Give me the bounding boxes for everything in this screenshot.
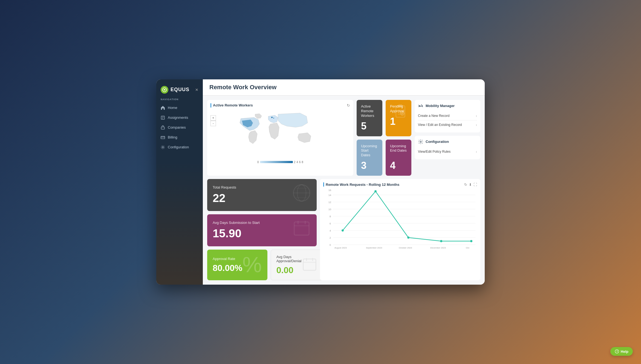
svg-text:4: 4 bbox=[330, 229, 331, 232]
chart-area: 0 2 4 6 8 10 12 14 16 bbox=[323, 189, 477, 249]
svg-text:2: 2 bbox=[330, 236, 331, 239]
top-row: Active Remote Workers ↻ + - bbox=[207, 100, 480, 176]
svg-text:?: ? bbox=[616, 350, 618, 353]
svg-text:August 2023: August 2023 bbox=[334, 247, 347, 249]
avg-days-approval-card[interactable]: Avg Days Approval/Denial 0.00 bbox=[271, 250, 324, 280]
bottom-metric-row: Approval Rate 80.00% % Avg Days Approval… bbox=[207, 250, 317, 280]
create-new-record-label: Create a New Record bbox=[418, 114, 449, 118]
close-icon[interactable]: ✕ bbox=[195, 88, 198, 92]
sidebar-item-assignments[interactable]: Assignments bbox=[156, 113, 203, 123]
map-widget-header: Active Remote Workers ↻ bbox=[210, 103, 350, 108]
legend-val-6: 6 bbox=[299, 161, 301, 164]
clipboard-icon bbox=[393, 103, 408, 122]
chart-refresh-icon[interactable]: ↻ bbox=[464, 183, 467, 187]
calendar-icon-purple bbox=[292, 219, 311, 242]
svg-rect-8 bbox=[399, 104, 402, 107]
sidebar-item-billing[interactable]: Billing bbox=[156, 132, 203, 142]
total-requests-label: Total Requests bbox=[213, 185, 236, 189]
zoom-in-button[interactable]: + bbox=[210, 115, 216, 121]
svg-point-13 bbox=[420, 141, 421, 142]
sidebar-item-label-companies: Companies bbox=[168, 125, 186, 129]
zoom-out-button[interactable]: - bbox=[210, 121, 216, 126]
svg-text:14: 14 bbox=[328, 194, 331, 197]
create-new-record-item[interactable]: Create a New Record › bbox=[418, 111, 477, 120]
avg-days-approval-left: Avg Days Approval/Denial 0.00 bbox=[276, 255, 302, 275]
approval-rate-label: Approval Rate bbox=[213, 257, 242, 261]
svg-text:September 2023: September 2023 bbox=[366, 247, 382, 249]
svg-point-46 bbox=[407, 236, 409, 239]
svg-text:0: 0 bbox=[330, 244, 331, 246]
chart-download-icon[interactable]: ⬇ bbox=[469, 183, 472, 187]
help-button[interactable]: ? Help bbox=[610, 347, 633, 356]
mobility-manager-title: Mobility Manager bbox=[418, 103, 477, 109]
svg-text:Oct: Oct bbox=[466, 247, 469, 249]
map-zoom-controls: + - bbox=[210, 115, 216, 126]
percent-icon: % bbox=[242, 254, 262, 276]
stat-card-pending[interactable]: Pending Approval 1 bbox=[386, 100, 411, 136]
stat-cards-top-row: Active Remote Workers 5 Pending Approval… bbox=[357, 100, 411, 136]
upcoming-end-value: 4 bbox=[390, 160, 407, 171]
map-refresh-icon[interactable]: ↻ bbox=[347, 103, 350, 108]
stat-cards-bottom-row: Upcoming Start Dates 3 Upcoming End Date… bbox=[357, 140, 411, 176]
map-widget: Active Remote Workers ↻ + - bbox=[207, 100, 353, 176]
calendar-icon-gray bbox=[301, 256, 318, 274]
svg-text:October 2023: October 2023 bbox=[399, 247, 412, 249]
chart-actions: ↻ ⬇ ⛶ bbox=[464, 183, 477, 187]
map-container: + - bbox=[210, 110, 350, 159]
view-edit-record-item[interactable]: View / Edit an Existing Record › bbox=[418, 120, 477, 129]
sidebar-item-label-home: Home bbox=[168, 106, 177, 110]
legend-min: 0 bbox=[257, 161, 259, 164]
world-map-svg bbox=[210, 110, 350, 154]
map-widget-title: Active Remote Workers bbox=[210, 103, 253, 108]
stat-card-upcoming-start[interactable]: Upcoming Start Dates 3 bbox=[357, 140, 382, 176]
svg-point-5 bbox=[271, 117, 273, 118]
sidebar-item-companies[interactable]: Companies bbox=[156, 123, 203, 132]
chart-header: Remote Work Requests - Rolling 12 Months… bbox=[323, 182, 477, 187]
legend-val-2: 2 bbox=[294, 161, 296, 164]
avg-days-approval-value: 0.00 bbox=[276, 265, 302, 275]
svg-rect-2 bbox=[161, 127, 164, 129]
configuration-icon bbox=[161, 145, 165, 149]
svg-rect-23 bbox=[303, 259, 316, 270]
svg-text:12: 12 bbox=[328, 201, 331, 204]
svg-point-6 bbox=[273, 118, 274, 119]
sidebar: EQUUS ✕ NAVIGATION Home Assignments Comp… bbox=[156, 79, 203, 285]
view-edit-policy-item[interactable]: View/Edit Policy Rules › bbox=[418, 147, 477, 156]
map-legend: 0 2 4 6 8 bbox=[210, 161, 350, 164]
avg-days-approval-label: Avg Days Approval/Denial bbox=[276, 255, 302, 263]
total-requests-card[interactable]: Total Requests 22 bbox=[207, 179, 317, 211]
sidebar-logo: EQUUS ✕ bbox=[156, 84, 203, 98]
avg-days-submission-card[interactable]: Avg Days Submission to Start 15.90 bbox=[207, 214, 317, 246]
chart-expand-icon[interactable]: ⛶ bbox=[473, 183, 477, 187]
equus-logo-icon bbox=[161, 86, 168, 94]
view-edit-policy-label: View/Edit Policy Rules bbox=[418, 150, 451, 154]
settings-icon bbox=[418, 139, 423, 145]
view-edit-arrow-icon: › bbox=[476, 123, 477, 127]
svg-point-45 bbox=[374, 190, 377, 192]
svg-text:December 2023: December 2023 bbox=[430, 247, 446, 249]
svg-text:10: 10 bbox=[328, 208, 331, 211]
upcoming-start-label: Upcoming Start Dates bbox=[361, 144, 378, 158]
avg-days-submission-value: 15.90 bbox=[213, 227, 260, 240]
svg-point-47 bbox=[440, 240, 442, 242]
upcoming-end-label: Upcoming End Dates bbox=[390, 144, 407, 153]
policy-arrow-icon: › bbox=[476, 149, 477, 154]
svg-text:8: 8 bbox=[330, 215, 331, 218]
stat-cards-column: Active Remote Workers 5 Pending Approval… bbox=[357, 100, 411, 176]
dashboard-content: Active Remote Workers ↻ + - bbox=[203, 96, 485, 285]
stat-card-upcoming-end[interactable]: Upcoming End Dates 4 bbox=[386, 140, 411, 176]
svg-rect-3 bbox=[161, 136, 165, 139]
sidebar-item-home[interactable]: Home bbox=[156, 103, 203, 113]
sidebar-item-configuration[interactable]: Configuration bbox=[156, 142, 203, 152]
nav-label: NAVIGATION bbox=[156, 98, 203, 103]
configuration-section: Configuration View/Edit Policy Rules › bbox=[415, 136, 480, 159]
home-icon bbox=[161, 106, 165, 110]
approval-rate-card[interactable]: Approval Rate 80.00% % bbox=[207, 250, 267, 280]
svg-text:16: 16 bbox=[328, 189, 331, 192]
chart-widget: Remote Work Requests - Rolling 12 Months… bbox=[320, 179, 480, 280]
view-edit-record-label: View / Edit an Existing Record bbox=[418, 123, 462, 127]
create-record-arrow-icon: › bbox=[476, 114, 477, 118]
sidebar-item-label-billing: Billing bbox=[168, 135, 177, 139]
svg-text:6: 6 bbox=[330, 222, 331, 225]
stat-card-active[interactable]: Active Remote Workers 5 bbox=[357, 100, 382, 136]
